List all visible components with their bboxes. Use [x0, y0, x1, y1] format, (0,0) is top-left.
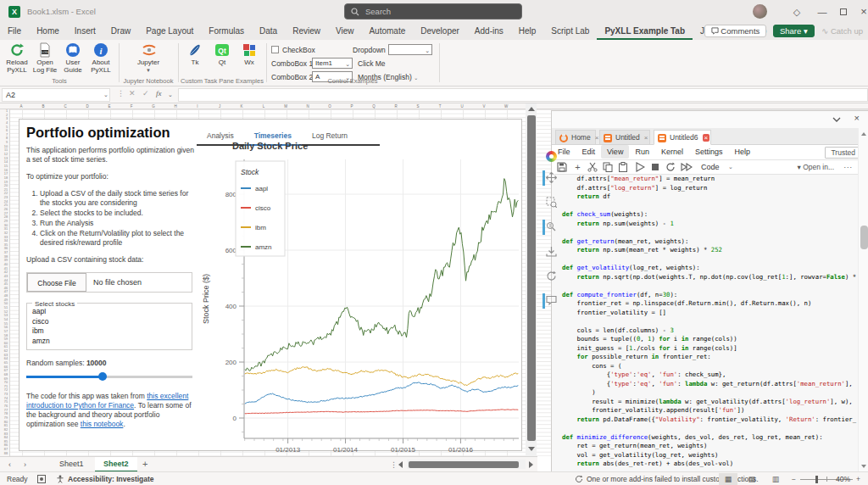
open-in-button[interactable]: ▾ Open in...: [798, 163, 835, 171]
ribbon-tab-page-layout[interactable]: Page Layout: [138, 24, 201, 40]
jupyter-menu-view[interactable]: View: [601, 145, 629, 159]
zoom-in-icon[interactable]: +: [856, 475, 860, 483]
code-line[interactable]: cons = (: [552, 362, 859, 371]
code-line[interactable]: return df: [552, 192, 859, 202]
choose-file-button[interactable]: Choose File: [27, 273, 86, 292]
column-header[interactable]: K: [231, 104, 253, 109]
column-header[interactable]: F: [120, 104, 142, 109]
user-guide-button[interactable]: User Guide: [59, 42, 86, 74]
scrollbar-divider-icon[interactable]: ⋮: [390, 460, 398, 469]
ribbon-tab-automate[interactable]: Automate: [361, 24, 413, 40]
search-input[interactable]: Search: [344, 3, 522, 20]
horizontal-scrollbar-thumb[interactable]: [409, 461, 519, 468]
code-line[interactable]: {'type':'eq', 'fun': lambda w: get_retur…: [552, 380, 859, 389]
code-line[interactable]: {'type':'eq', 'fun': check_sum},: [552, 371, 859, 380]
code-line[interactable]: vol = get_volatility(log_ret, weights): [552, 451, 859, 460]
copy-cell-icon[interactable]: [603, 162, 614, 173]
ribbon-tab-review[interactable]: Review: [285, 24, 328, 40]
name-box[interactable]: A2: [2, 88, 110, 102]
vertical-scrollbar-thumb[interactable]: [527, 115, 536, 441]
run-cell-icon[interactable]: [635, 162, 646, 173]
jupyter-menu-settings[interactable]: Settings: [689, 145, 729, 159]
ribbon-tab-developer[interactable]: Developer: [413, 24, 467, 40]
zoom-out-icon[interactable]: −: [792, 475, 796, 483]
combobox1-control[interactable]: Item1⌄: [312, 58, 353, 69]
name-box-caret-icon[interactable]: ⌄: [103, 92, 108, 98]
horizontal-scrollbar[interactable]: [407, 460, 526, 469]
jupyter-tab-untitled[interactable]: Untitled×: [599, 130, 650, 145]
column-header[interactable]: L: [253, 104, 275, 109]
ribbon-tab-file[interactable]: File: [0, 24, 29, 40]
code-line[interactable]: init_guess = [1./cols for i in range(col…: [552, 344, 859, 354]
code-line[interactable]: def get_return(mean_ret, weights):: [552, 237, 859, 247]
tab-close-icon[interactable]: ×: [703, 134, 710, 142]
reset-tool-icon[interactable]: [546, 270, 557, 282]
page-break-view-icon[interactable]: ▥: [766, 473, 785, 485]
jupyter-tab-untitled6[interactable]: Untitled6×: [654, 130, 711, 145]
select-stocks-list[interactable]: Select stocks aaplciscoibmamzn: [26, 303, 192, 350]
cell-type-select[interactable]: Code: [701, 163, 720, 171]
zoom-slider-thumb[interactable]: [815, 476, 818, 483]
scroll-down-icon[interactable]: [528, 447, 535, 451]
jupyter-menu-run[interactable]: Run: [629, 145, 655, 159]
notebook-code-cell[interactable]: df.attrs["mean_return"] = mean_return df…: [552, 175, 859, 472]
code-line[interactable]: [552, 228, 859, 237]
cut-cell-icon[interactable]: [587, 162, 598, 173]
bokeh-logo-icon[interactable]: [546, 151, 557, 162]
dropdown-control[interactable]: ⌄: [388, 44, 432, 55]
hscroll-left-icon[interactable]: [398, 461, 403, 468]
random-samples-slider[interactable]: [26, 371, 192, 382]
user-avatar[interactable]: [753, 4, 767, 19]
tk-button[interactable]: Tk: [181, 42, 209, 67]
column-header[interactable]: H: [164, 104, 186, 109]
hover-tool-icon[interactable]: [546, 295, 557, 306]
macro-record-icon[interactable]: [37, 475, 46, 483]
ribbon-tab-script-lab[interactable]: Script Lab: [543, 24, 597, 40]
confirm-entry-icon[interactable]: ✓: [142, 89, 149, 98]
pane-close-icon[interactable]: ×: [854, 113, 860, 123]
share-button[interactable]: Share ▾: [773, 25, 815, 37]
column-header[interactable]: M: [275, 104, 297, 109]
pane-options-chevron-icon[interactable]: [832, 117, 841, 122]
jupyter-menu-help[interactable]: Help: [728, 145, 756, 159]
checkbox-control[interactable]: [271, 46, 279, 53]
code-line[interactable]: [552, 317, 859, 326]
add-cell-icon[interactable]: +: [572, 162, 583, 173]
code-line[interactable]: [552, 282, 859, 291]
column-header[interactable]: E: [98, 104, 120, 109]
code-line[interactable]: ): [552, 388, 859, 398]
code-line[interactable]: frontier_volatility.append(result['fun']…: [552, 406, 859, 415]
tab-close-icon[interactable]: ×: [644, 134, 648, 142]
save-tool-icon[interactable]: [546, 246, 557, 257]
tab-close-icon[interactable]: ×: [595, 134, 599, 142]
zoom-level[interactable]: 40%: [836, 475, 850, 483]
ribbon-tab-insert[interactable]: Insert: [67, 24, 103, 40]
open-log-file-button[interactable]: LOG Open Log File: [31, 42, 58, 74]
trusted-badge[interactable]: Trusted: [825, 147, 861, 159]
ribbon-tab-add-ins[interactable]: Add-ins: [467, 24, 511, 40]
code-line[interactable]: df.attrs["mean_return"] = mean_return: [552, 175, 859, 184]
ribbon-tab-formulas[interactable]: Formulas: [201, 24, 252, 40]
code-line[interactable]: bounds = tuple((0, 1) for i in range(col…: [552, 335, 859, 344]
paste-cell-icon[interactable]: [618, 162, 629, 173]
next-sheet-icon[interactable]: ›: [24, 460, 26, 469]
wx-button[interactable]: Wx: [236, 42, 263, 67]
close-button[interactable]: ×: [851, 0, 868, 24]
ribbon-tab-help[interactable]: Help: [511, 24, 544, 40]
toolbar-more-icon[interactable]: ...: [843, 161, 853, 170]
prev-sheet-icon[interactable]: ‹: [8, 460, 11, 469]
about-pyxll-button[interactable]: i About PyXLL: [87, 42, 114, 74]
ribbon-tab-pyxll-example-tab[interactable]: PyXLL Example Tab: [597, 24, 693, 40]
column-header[interactable]: V: [473, 104, 495, 109]
stock-price-chart[interactable]: 020040060080001/201301/201401/201501/201…: [197, 136, 527, 458]
column-header[interactable]: P: [341, 104, 363, 109]
column-header[interactable]: B: [32, 104, 54, 109]
vertical-scrollbar[interactable]: [526, 103, 537, 456]
code-line[interactable]: result = minimize(lambda w: get_volatili…: [552, 398, 859, 407]
code-line[interactable]: cols = len(df.columns) - 3: [552, 326, 859, 336]
code-line[interactable]: return abs(des_ret-ret) + abs(des_vol-vo…: [552, 460, 859, 469]
formula-input[interactable]: [178, 88, 868, 102]
insert-function-icon[interactable]: fx: [156, 89, 162, 98]
code-line[interactable]: def check_sum(weights):: [552, 210, 859, 220]
jupyter-tab-home[interactable]: Home×: [555, 130, 596, 145]
